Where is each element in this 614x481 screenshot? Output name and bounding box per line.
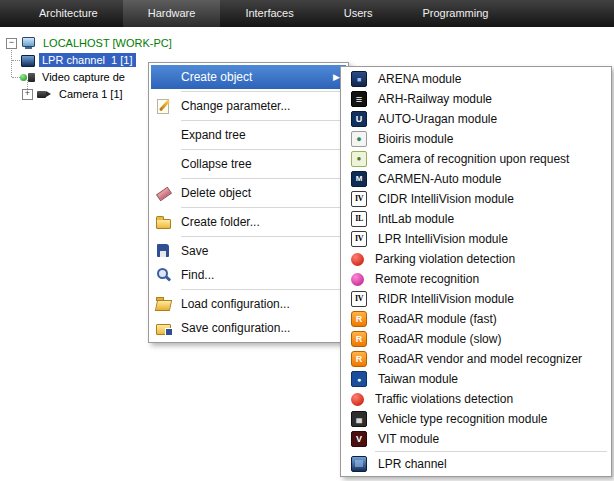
menu-item-label: LPR channel (378, 457, 447, 471)
vehicle-type-recognition-module-icon (351, 411, 367, 427)
menu-item-label: Delete object (181, 186, 251, 200)
tree-node-label[interactable]: LOCALHOST [WORK-PC] (40, 36, 175, 50)
menu-separator (181, 207, 344, 208)
menu-separator (375, 451, 607, 452)
tab-hardware[interactable]: Hardware (123, 0, 221, 27)
create-object-icon-slot (155, 69, 173, 85)
context-menu-item-create-object[interactable]: Create object (151, 65, 346, 89)
camera-icon (37, 88, 52, 101)
submenu-item-intlab-module[interactable]: IntLab module (343, 209, 609, 229)
ridr-intellivision-module-icon (351, 291, 367, 307)
tree-node-video-capture-device: Video capture de (20, 69, 128, 85)
create-folder-icon (155, 214, 173, 230)
context-menu-item-load-configuration[interactable]: Load configuration... (151, 292, 346, 316)
computer-icon (21, 37, 36, 50)
submenu-item-lpr-intellivision-module[interactable]: LPR IntelliVision module (343, 229, 609, 249)
submenu-item-vehicle-type-recognition-module[interactable]: Vehicle type recognition module (343, 409, 609, 429)
submenu-item-remote-recognition[interactable]: Remote recognition (343, 269, 609, 289)
lpr-intellivision-module-icon (351, 231, 367, 247)
submenu-item-lpr-channel[interactable]: LPR channel (343, 454, 609, 474)
change-parameter-icon (155, 98, 173, 114)
remote-recognition-icon (351, 273, 364, 286)
intlab-module-icon (351, 211, 367, 227)
menu-item-label: RIDR IntelliVision module (378, 292, 514, 306)
submenu-item-cidr-intellivision-module[interactable]: CIDR IntelliVision module (343, 189, 609, 209)
submenu-item-roadar-vendor-model-recognizer[interactable]: RoadAR vendor and model recognizer (343, 349, 609, 369)
submenu-item-camera-recognition-request[interactable]: Camera of recognition upon request (343, 149, 609, 169)
context-menu-item-save-configuration[interactable]: Save configuration... (151, 316, 346, 340)
context-menu-item-expand-tree[interactable]: Expand tree (151, 123, 346, 147)
save-icon (155, 243, 173, 259)
menu-item-label: Taiwan module (378, 372, 458, 386)
create-object-submenu: ARENA module ARH-Railway module AUTO-Ura… (340, 66, 612, 477)
main-menubar: Architecture Hardware Interfaces Users P… (0, 0, 614, 27)
menu-item-label: IntLab module (378, 212, 454, 226)
context-menu-item-collapse-tree[interactable]: Collapse tree (151, 152, 346, 176)
menu-item-label: Save configuration... (181, 321, 290, 335)
submenu-item-vit-module[interactable]: VIT module (343, 429, 609, 449)
context-menu-item-delete-object[interactable]: Delete object (151, 181, 346, 205)
tree-node-localhost: LOCALHOST [WORK-PC] (6, 35, 175, 51)
submenu-item-arh-railway-module[interactable]: ARH-Railway module (343, 89, 609, 109)
tab-architecture[interactable]: Architecture (14, 0, 123, 27)
load-configuration-icon (155, 296, 173, 312)
submenu-item-ridr-intellivision-module[interactable]: RIDR IntelliVision module (343, 289, 609, 309)
auto-uragan-module-icon (351, 111, 367, 127)
tree-node-label[interactable]: Video capture de (39, 70, 128, 84)
lpr-channel-icon (351, 456, 367, 472)
submenu-item-bioiris-module[interactable]: Bioiris module (343, 129, 609, 149)
carmen-auto-module-icon (351, 171, 367, 187)
menu-item-label: ARENA module (378, 72, 461, 86)
context-menu-item-find[interactable]: Find... (151, 263, 346, 287)
tab-interfaces[interactable]: Interfaces (220, 0, 318, 27)
menu-separator (181, 91, 344, 92)
arena-module-icon (351, 71, 367, 87)
tree-node-label[interactable]: Camera 1 [1] (56, 87, 126, 101)
taiwan-module-icon (351, 371, 367, 387)
submenu-item-roadar-module-slow[interactable]: RoadAR module (slow) (343, 329, 609, 349)
video-capture-device-icon (20, 71, 35, 84)
submenu-item-parking-violation-detection[interactable]: Parking violation detection (343, 249, 609, 269)
tab-programming[interactable]: Programming (397, 0, 513, 27)
menu-item-label: Traffic violations detection (375, 392, 513, 406)
menu-item-label: AUTO-Uragan module (378, 112, 497, 126)
menu-item-label: RoadAR module (fast) (378, 312, 497, 326)
parking-violation-detection-icon (351, 253, 364, 266)
submenu-item-traffic-violations-detection[interactable]: Traffic violations detection (343, 389, 609, 409)
context-menu-item-change-parameter[interactable]: Change parameter... (151, 94, 346, 118)
bioiris-module-icon (351, 131, 367, 147)
delete-object-icon (155, 185, 173, 201)
tree-node-lpr-channel: LPR channel 1 [1] (20, 52, 136, 68)
menu-item-label: CARMEN-Auto module (378, 172, 501, 186)
roadar-vendor-model-recognizer-icon (351, 351, 367, 367)
menu-item-label: Save (181, 244, 208, 258)
context-menu-item-create-folder[interactable]: Create folder... (151, 210, 346, 234)
menu-item-label: Camera of recognition upon request (378, 152, 569, 166)
camera-recognition-request-icon (351, 151, 367, 167)
expand-expander-icon[interactable] (22, 89, 33, 100)
tree-node-label-selected[interactable]: LPR channel 1 [1] (39, 53, 136, 67)
menu-item-label: Remote recognition (375, 272, 479, 286)
submenu-item-arena-module[interactable]: ARENA module (343, 69, 609, 89)
find-icon (155, 267, 173, 283)
menu-item-label: Create folder... (181, 215, 260, 229)
expand-tree-icon-slot (155, 127, 173, 143)
tree-node-camera: Camera 1 [1] (22, 86, 126, 102)
roadar-module-fast-icon (351, 311, 367, 327)
submenu-item-auto-uragan-module[interactable]: AUTO-Uragan module (343, 109, 609, 129)
submenu-item-taiwan-module[interactable]: Taiwan module (343, 369, 609, 389)
context-menu-item-save[interactable]: Save (151, 239, 346, 263)
menu-item-label: Collapse tree (181, 157, 252, 171)
vit-module-icon (351, 431, 367, 447)
menu-item-label: Expand tree (181, 128, 246, 142)
menu-separator (181, 120, 344, 121)
collapse-expander-icon[interactable] (6, 38, 17, 49)
cidr-intellivision-module-icon (351, 191, 367, 207)
submenu-item-carmen-auto-module[interactable]: CARMEN-Auto module (343, 169, 609, 189)
menu-item-label: Load configuration... (181, 297, 290, 311)
submenu-item-roadar-module-fast[interactable]: RoadAR module (fast) (343, 309, 609, 329)
menu-item-label: RoadAR vendor and model recognizer (378, 352, 582, 366)
menu-item-label: Parking violation detection (375, 252, 515, 266)
submenu-arrow-icon (333, 73, 340, 82)
tab-users[interactable]: Users (319, 0, 398, 27)
